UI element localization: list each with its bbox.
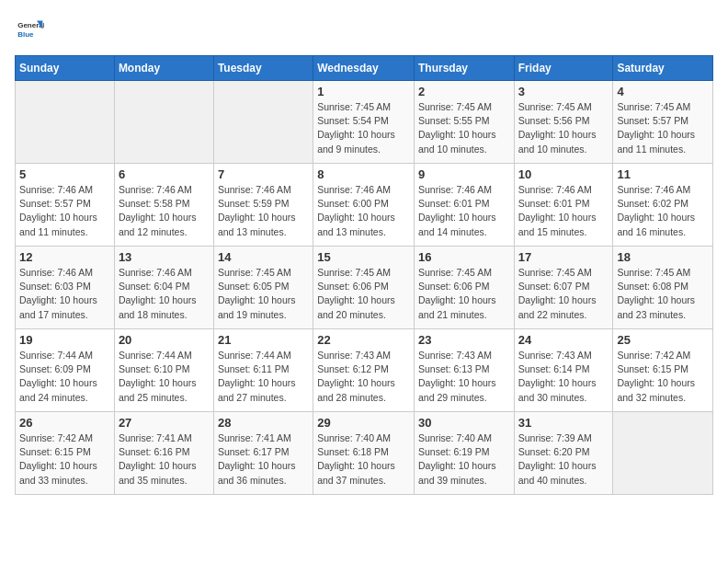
day-number: 22 — [317, 333, 410, 347]
day-cell: 13Sunrise: 7:46 AMSunset: 6:04 PMDayligh… — [114, 247, 213, 329]
logo: General Blue — [15, 15, 48, 44]
week-row-1: 1Sunrise: 7:45 AMSunset: 5:54 PMDaylight… — [16, 81, 713, 164]
day-number: 30 — [418, 416, 510, 430]
day-info: Sunrise: 7:41 AMSunset: 6:17 PMDaylight:… — [218, 431, 309, 488]
day-number: 16 — [418, 250, 510, 264]
day-number: 26 — [19, 416, 110, 430]
day-info: Sunrise: 7:43 AMSunset: 6:14 PMDaylight:… — [518, 349, 609, 405]
day-cell: 7Sunrise: 7:46 AMSunset: 5:59 PMDaylight… — [213, 164, 313, 247]
day-cell: 27Sunrise: 7:41 AMSunset: 6:16 PMDayligh… — [114, 412, 213, 495]
day-cell — [16, 81, 115, 164]
weekday-friday: Friday — [514, 56, 613, 81]
day-cell — [213, 81, 313, 164]
day-number: 19 — [19, 333, 110, 347]
day-info: Sunrise: 7:44 AMSunset: 6:10 PMDaylight:… — [119, 349, 210, 405]
day-number: 18 — [617, 250, 709, 264]
day-info: Sunrise: 7:41 AMSunset: 6:16 PMDaylight:… — [119, 431, 210, 488]
day-info: Sunrise: 7:40 AMSunset: 6:18 PMDaylight:… — [317, 431, 410, 488]
day-info: Sunrise: 7:45 AMSunset: 5:55 PMDaylight:… — [418, 100, 510, 156]
day-info: Sunrise: 7:46 AMSunset: 6:01 PMDaylight:… — [518, 183, 609, 239]
day-info: Sunrise: 7:43 AMSunset: 6:12 PMDaylight:… — [317, 349, 410, 405]
weekday-sunday: Sunday — [16, 56, 115, 81]
day-cell: 8Sunrise: 7:46 AMSunset: 6:00 PMDaylight… — [313, 164, 415, 247]
day-cell: 26Sunrise: 7:42 AMSunset: 6:15 PMDayligh… — [16, 412, 115, 495]
day-cell: 4Sunrise: 7:45 AMSunset: 5:57 PMDaylight… — [613, 81, 713, 164]
day-number: 10 — [518, 167, 609, 181]
day-cell: 3Sunrise: 7:45 AMSunset: 5:56 PMDaylight… — [514, 81, 613, 164]
day-cell: 1Sunrise: 7:45 AMSunset: 5:54 PMDaylight… — [313, 81, 415, 164]
day-info: Sunrise: 7:44 AMSunset: 6:11 PMDaylight:… — [218, 349, 309, 405]
weekday-wednesday: Wednesday — [313, 56, 415, 81]
day-cell: 10Sunrise: 7:46 AMSunset: 6:01 PMDayligh… — [514, 164, 613, 247]
day-info: Sunrise: 7:39 AMSunset: 6:20 PMDaylight:… — [518, 431, 609, 488]
day-info: Sunrise: 7:45 AMSunset: 5:56 PMDaylight:… — [518, 100, 609, 156]
weekday-tuesday: Tuesday — [213, 56, 313, 81]
day-number: 31 — [518, 416, 609, 430]
weekday-thursday: Thursday — [414, 56, 514, 81]
day-cell: 29Sunrise: 7:40 AMSunset: 6:18 PMDayligh… — [313, 412, 415, 495]
week-row-3: 12Sunrise: 7:46 AMSunset: 6:03 PMDayligh… — [16, 247, 713, 329]
day-info: Sunrise: 7:46 AMSunset: 6:02 PMDaylight:… — [617, 183, 709, 239]
day-info: Sunrise: 7:46 AMSunset: 6:04 PMDaylight:… — [119, 266, 210, 322]
day-cell: 9Sunrise: 7:46 AMSunset: 6:01 PMDaylight… — [414, 164, 514, 247]
day-info: Sunrise: 7:45 AMSunset: 6:08 PMDaylight:… — [617, 266, 709, 322]
day-cell: 16Sunrise: 7:45 AMSunset: 6:06 PMDayligh… — [414, 247, 514, 329]
day-info: Sunrise: 7:45 AMSunset: 6:06 PMDaylight:… — [418, 266, 510, 322]
day-number: 21 — [218, 333, 309, 347]
day-info: Sunrise: 7:45 AMSunset: 6:05 PMDaylight:… — [218, 266, 309, 322]
day-cell: 12Sunrise: 7:46 AMSunset: 6:03 PMDayligh… — [16, 247, 115, 329]
day-number: 9 — [418, 167, 510, 181]
day-cell: 2Sunrise: 7:45 AMSunset: 5:55 PMDaylight… — [414, 81, 514, 164]
day-cell: 25Sunrise: 7:42 AMSunset: 6:15 PMDayligh… — [613, 329, 713, 412]
day-number: 23 — [418, 333, 510, 347]
day-cell: 6Sunrise: 7:46 AMSunset: 5:58 PMDaylight… — [114, 164, 213, 247]
day-number: 2 — [418, 85, 510, 98]
logo-icon: General Blue — [15, 15, 44, 44]
day-number: 5 — [19, 167, 110, 181]
day-number: 4 — [617, 85, 709, 98]
day-number: 1 — [317, 85, 410, 98]
day-info: Sunrise: 7:45 AMSunset: 6:06 PMDaylight:… — [317, 266, 410, 322]
day-cell: 28Sunrise: 7:41 AMSunset: 6:17 PMDayligh… — [213, 412, 313, 495]
day-cell: 23Sunrise: 7:43 AMSunset: 6:13 PMDayligh… — [414, 329, 514, 412]
day-cell: 31Sunrise: 7:39 AMSunset: 6:20 PMDayligh… — [514, 412, 613, 495]
day-number: 11 — [617, 167, 709, 181]
weekday-header-row: SundayMondayTuesdayWednesdayThursdayFrid… — [16, 56, 713, 81]
day-number: 29 — [317, 416, 410, 430]
day-info: Sunrise: 7:46 AMSunset: 5:57 PMDaylight:… — [19, 183, 110, 239]
week-row-4: 19Sunrise: 7:44 AMSunset: 6:09 PMDayligh… — [16, 329, 713, 412]
weekday-monday: Monday — [114, 56, 213, 81]
day-cell: 30Sunrise: 7:40 AMSunset: 6:19 PMDayligh… — [414, 412, 514, 495]
day-cell: 5Sunrise: 7:46 AMSunset: 5:57 PMDaylight… — [16, 164, 115, 247]
day-info: Sunrise: 7:46 AMSunset: 5:58 PMDaylight:… — [119, 183, 210, 239]
day-info: Sunrise: 7:45 AMSunset: 5:57 PMDaylight:… — [617, 100, 709, 156]
day-number: 27 — [119, 416, 210, 430]
day-number: 14 — [218, 250, 309, 264]
day-info: Sunrise: 7:46 AMSunset: 6:00 PMDaylight:… — [317, 183, 410, 239]
day-info: Sunrise: 7:45 AMSunset: 6:07 PMDaylight:… — [518, 266, 609, 322]
calendar-table: SundayMondayTuesdayWednesdayThursdayFrid… — [15, 55, 713, 495]
day-cell: 22Sunrise: 7:43 AMSunset: 6:12 PMDayligh… — [313, 329, 415, 412]
day-cell — [114, 81, 213, 164]
day-info: Sunrise: 7:46 AMSunset: 5:59 PMDaylight:… — [218, 183, 309, 239]
day-cell: 19Sunrise: 7:44 AMSunset: 6:09 PMDayligh… — [16, 329, 115, 412]
week-row-5: 26Sunrise: 7:42 AMSunset: 6:15 PMDayligh… — [16, 412, 713, 495]
day-cell: 18Sunrise: 7:45 AMSunset: 6:08 PMDayligh… — [613, 247, 713, 329]
day-number: 28 — [218, 416, 309, 430]
day-cell: 11Sunrise: 7:46 AMSunset: 6:02 PMDayligh… — [613, 164, 713, 247]
day-cell: 15Sunrise: 7:45 AMSunset: 6:06 PMDayligh… — [313, 247, 415, 329]
day-number: 15 — [317, 250, 410, 264]
day-info: Sunrise: 7:42 AMSunset: 6:15 PMDaylight:… — [19, 431, 110, 488]
day-cell: 21Sunrise: 7:44 AMSunset: 6:11 PMDayligh… — [213, 329, 313, 412]
day-number: 20 — [119, 333, 210, 347]
day-number: 13 — [119, 250, 210, 264]
week-row-2: 5Sunrise: 7:46 AMSunset: 5:57 PMDaylight… — [16, 164, 713, 247]
day-cell: 20Sunrise: 7:44 AMSunset: 6:10 PMDayligh… — [114, 329, 213, 412]
day-number: 25 — [617, 333, 709, 347]
day-number: 3 — [518, 85, 609, 98]
day-info: Sunrise: 7:44 AMSunset: 6:09 PMDaylight:… — [19, 349, 110, 405]
page-header: General Blue — [15, 15, 713, 44]
day-number: 7 — [218, 167, 309, 181]
day-info: Sunrise: 7:42 AMSunset: 6:15 PMDaylight:… — [617, 349, 709, 405]
day-cell: 24Sunrise: 7:43 AMSunset: 6:14 PMDayligh… — [514, 329, 613, 412]
